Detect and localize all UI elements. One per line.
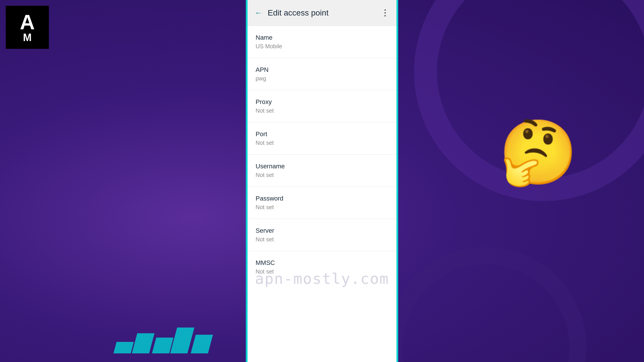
setting-username-label: Username <box>256 163 388 170</box>
setting-server-value: Not set <box>256 236 388 243</box>
teal-bar-1 <box>114 342 134 353</box>
teal-bar-3 <box>152 338 174 353</box>
header-left: ← Edit access point <box>254 8 329 18</box>
setting-name[interactable]: Name US Mobile <box>248 26 396 58</box>
setting-password-value: Not set <box>256 204 388 211</box>
setting-password-label: Password <box>256 195 388 202</box>
setting-mmsc[interactable]: MMSC Not set <box>248 251 396 283</box>
setting-apn-value: pwg <box>256 75 388 82</box>
setting-port[interactable]: Port Not set <box>248 122 396 155</box>
setting-proxy-label: Proxy <box>256 98 388 106</box>
setting-password[interactable]: Password Not set <box>248 187 396 219</box>
setting-username-value: Not set <box>256 172 388 178</box>
setting-name-value: US Mobile <box>256 43 388 50</box>
back-button[interactable]: ← <box>254 8 262 18</box>
teal-bar-2 <box>132 333 155 353</box>
setting-proxy-value: Not set <box>256 107 388 114</box>
setting-username[interactable]: Username Not set <box>248 155 396 187</box>
setting-port-label: Port <box>256 130 388 138</box>
setting-port-value: Not set <box>256 140 388 146</box>
teal-bar-5 <box>191 335 213 353</box>
settings-list: Name US Mobile APN pwg Proxy Not set Por… <box>248 26 396 362</box>
teal-bar-4 <box>170 328 194 353</box>
header: ← Edit access point ⋮ <box>248 0 396 26</box>
setting-name-label: Name <box>256 34 388 41</box>
logo-letter-m: M <box>23 32 32 43</box>
logo: A M <box>6 6 49 49</box>
setting-apn[interactable]: APN pwg <box>248 58 396 90</box>
page-title: Edit access point <box>268 8 329 18</box>
more-options-button[interactable]: ⋮ <box>381 8 390 18</box>
setting-apn-label: APN <box>256 66 388 74</box>
setting-mmsc-value: Not set <box>256 268 388 275</box>
setting-server-label: Server <box>256 227 388 234</box>
setting-proxy[interactable]: Proxy Not set <box>248 90 396 122</box>
logo-letter-a: A <box>20 12 35 32</box>
thinking-emoji: 🤔 <box>499 121 578 184</box>
setting-server[interactable]: Server Not set <box>248 219 396 251</box>
setting-mmsc-label: MMSC <box>256 259 388 267</box>
teal-bars-decoration <box>115 328 210 353</box>
phone-panel: ← Edit access point ⋮ Name US Mobile APN… <box>246 0 398 362</box>
